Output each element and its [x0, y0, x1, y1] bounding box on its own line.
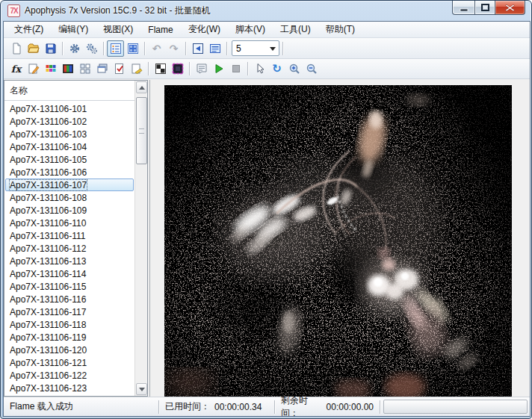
play-icon — [213, 63, 225, 75]
render-button[interactable] — [152, 60, 169, 77]
status-elapsed: 已用时间： 00:00:00.34 — [159, 397, 274, 416]
gradient-button[interactable] — [59, 60, 76, 77]
maximize-button[interactable] — [474, 1, 495, 15]
list-item[interactable]: Apo7X-131106-112 — [5, 242, 134, 255]
zoom-in-button[interactable] — [285, 60, 303, 77]
list-item[interactable]: Apo7X-131106-108 — [5, 191, 134, 204]
list-item-label: Apo7X-131106-115 — [10, 282, 86, 292]
list-item[interactable]: Apo7X-131106-110 — [5, 217, 134, 229]
menu-tools[interactable]: 工具(U) — [273, 21, 318, 38]
fullscreen-button[interactable] — [169, 60, 186, 77]
preview-quality-select[interactable]: 5 — [232, 40, 279, 56]
fractal-preview — [164, 85, 512, 398]
menu-view[interactable]: 视图(X) — [96, 21, 140, 38]
menu-flame[interactable]: Flame — [140, 22, 180, 37]
client-area: 文件(Z) 编辑(Y) 视图(X) Flame 变化(W) 脚本(V) 工具(U… — [3, 21, 531, 417]
scroll-up-button[interactable] — [136, 81, 147, 93]
toolbar-separator — [144, 42, 145, 55]
content-area: 名称 Apo7X-131106-101 Apo7X-131106-102 Apo… — [4, 80, 530, 397]
variation-options-button[interactable]: fx — [7, 60, 25, 77]
list-item[interactable]: Apo7X-131106-121 — [5, 356, 134, 369]
menu-file[interactable]: 文件(Z) — [7, 21, 51, 38]
preview-panel-button[interactable] — [206, 40, 223, 57]
mutation-button[interactable] — [76, 60, 93, 77]
preview-quality-value: 5 — [232, 43, 267, 54]
status-separator — [380, 400, 380, 414]
list-item[interactable]: Apo7X-131106-113 — [5, 255, 134, 267]
menu-script[interactable]: 脚本(V) — [228, 21, 273, 38]
checkerboard-icon — [155, 63, 167, 75]
document-check-icon — [114, 63, 126, 75]
list-item[interactable]: Apo7X-131106-123 — [5, 382, 134, 394]
close-button[interactable] — [495, 1, 525, 15]
minimize-icon — [460, 4, 468, 11]
script-editor-button[interactable] — [193, 60, 210, 77]
scrollbar-thumb[interactable] — [136, 97, 147, 164]
list-item-label: Apo7X-131106-124 — [10, 396, 87, 397]
select-tool-button[interactable] — [251, 60, 268, 77]
cursor-icon — [254, 63, 266, 75]
zoom-out-button[interactable] — [303, 60, 320, 77]
stop-script-button[interactable] — [227, 60, 244, 77]
undo-button[interactable]: ↶ — [148, 40, 165, 57]
list-item[interactable]: Apo7X-131106-119 — [5, 331, 134, 344]
elapsed-label: 已用时间： — [165, 400, 210, 413]
list-item[interactable]: Apo7X-131106-106 — [5, 166, 134, 179]
list-item[interactable]: Apo7X-131106-109 — [5, 204, 134, 217]
list-header-name[interactable]: 名称 — [4, 81, 134, 101]
list-item-label: Apo7X-131106-122 — [10, 370, 87, 381]
toolbar-separator — [148, 62, 149, 75]
chevron-down-icon — [267, 43, 279, 54]
list-item[interactable]: Apo7X-131106-107 — [5, 179, 134, 191]
menu-variation[interactable]: 变化(W) — [181, 21, 228, 38]
list-item-label: Apo7X-131106-107 — [10, 180, 87, 190]
run-script-button[interactable] — [210, 60, 227, 77]
title-bar: 7X Apophysis 7x Version 15C.9 - 32 bit -… — [1, 1, 531, 21]
redo-button[interactable]: ↷ — [165, 40, 182, 57]
window-controls — [452, 1, 525, 15]
edit-flame-button[interactable] — [25, 60, 42, 77]
preview-area — [152, 80, 530, 397]
thumbnail-view-button[interactable] — [124, 40, 141, 57]
list-item[interactable]: Apo7X-131106-103 — [5, 128, 134, 140]
list-item-label: Apo7X-131106-101 — [10, 104, 87, 114]
list-item[interactable]: Apo7X-131106-102 — [5, 115, 134, 128]
list-item[interactable]: Apo7X-131106-120 — [5, 344, 134, 356]
list-item-label: Apo7X-131106-116 — [10, 294, 86, 305]
list-item-label: Apo7X-131106-104 — [10, 142, 87, 152]
list-item[interactable]: Apo7X-131106-124 — [5, 394, 134, 396]
render-settings-button[interactable] — [111, 60, 128, 77]
adjust-palette-button[interactable] — [42, 60, 59, 77]
list-item[interactable]: Apo7X-131106-122 — [5, 369, 134, 382]
flame-list-items: Apo7X-131106-101 Apo7X-131106-102 Apo7X-… — [4, 101, 134, 396]
list-item[interactable]: Apo7X-131106-118 — [5, 318, 134, 331]
list-item[interactable]: Apo7X-131106-101 — [5, 102, 134, 115]
cascade-windows-button[interactable] — [93, 60, 111, 77]
list-item-label: Apo7X-131106-123 — [10, 383, 87, 394]
open-button[interactable] — [25, 40, 42, 57]
new-flame-button[interactable] — [7, 40, 25, 57]
stop-icon — [230, 63, 242, 75]
list-scrollbar[interactable] — [134, 81, 147, 396]
export-document-icon — [131, 63, 143, 75]
app-icon: 7X — [7, 4, 20, 17]
list-item[interactable]: Apo7X-131106-115 — [5, 280, 134, 293]
open-editor-button[interactable] — [189, 40, 206, 57]
settings-button[interactable] — [66, 40, 83, 57]
list-item[interactable]: Apo7X-131106-114 — [5, 267, 134, 280]
list-item[interactable]: Apo7X-131106-111 — [5, 229, 134, 242]
menu-edit[interactable]: 编辑(Y) — [51, 21, 96, 38]
list-item[interactable]: Apo7X-131106-104 — [5, 140, 134, 153]
edit-toolbar: fx — [4, 59, 530, 79]
menu-help[interactable]: 帮助(T) — [318, 21, 362, 38]
scroll-down-button[interactable] — [136, 383, 147, 395]
list-view-button[interactable] — [107, 40, 124, 57]
minimize-button[interactable] — [452, 1, 474, 15]
list-item[interactable]: Apo7X-131106-117 — [5, 305, 134, 318]
list-item[interactable]: Apo7X-131106-116 — [5, 293, 134, 305]
export-flame-button[interactable] — [128, 60, 145, 77]
save-button[interactable] — [42, 40, 59, 57]
rotate-tool-button[interactable]: ↻ — [268, 60, 285, 77]
list-item[interactable]: Apo7X-131106-105 — [5, 153, 134, 166]
batch-options-button[interactable] — [83, 40, 100, 57]
